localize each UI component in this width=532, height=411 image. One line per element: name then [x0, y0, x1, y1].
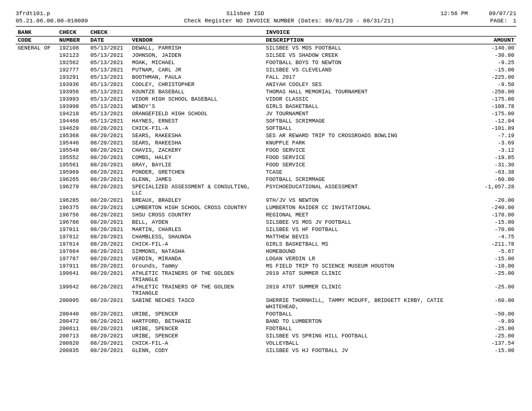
cell-vendor: GLENN, CODY [130, 347, 264, 354]
cell-check-number: 196285 [57, 197, 88, 204]
cell-bank [16, 176, 57, 183]
cell-check-number: 196279 [57, 183, 88, 197]
cell-check-date: 08/20/2021 [88, 211, 130, 219]
col-header-check-date: CHECK [88, 29, 130, 37]
cell-bank [16, 297, 57, 310]
cell-check-number: 197612 [57, 233, 88, 240]
cell-description: REGIONAL MEET [264, 211, 470, 219]
cell-description: FOOD SERVICE [264, 161, 470, 168]
cell-amount: -60.00 [469, 297, 516, 310]
cell-vendor: SHSU CROSS COUNTRY [130, 211, 264, 219]
table-row: 19701108/20/2021MARTIN, CHARLESSILSBEE V… [16, 226, 516, 233]
cell-check-date: 05/13/2021 [88, 95, 130, 103]
cell-bank [16, 270, 57, 283]
cell-check-date: 08/20/2021 [88, 168, 130, 176]
cell-bank [16, 59, 57, 66]
cell-vendor: COOLEY, CHRISTOPHER [130, 81, 264, 88]
cell-check-number: 197911 [57, 262, 88, 270]
cell-check-number: 194460 [57, 117, 88, 125]
cell-check-number: 199641 [57, 270, 88, 283]
table-row: 19395605/13/2021KOUNTZE BASEBALLTHOMAS H… [16, 88, 516, 95]
cell-bank [16, 248, 57, 255]
cell-check-number: 195552 [57, 154, 88, 161]
cell-amount: -7.19 [469, 132, 516, 139]
cell-check-date: 05/13/2021 [88, 103, 130, 110]
cell-check-number: 193291 [57, 74, 88, 81]
cell-description: LOGAN VERDIN LR [264, 255, 470, 262]
cell-description: KNUPPLE PARK [264, 139, 470, 147]
report-title: Check Register NO INVOICE NUMBER (Dates:… [88, 18, 490, 24]
cell-amount: -140.00 [469, 44, 516, 52]
cell-description: HOMEBOUND [264, 248, 470, 255]
col-header-description: INVOICE [264, 29, 470, 37]
cell-amount: -20.00 [469, 197, 516, 204]
cell-vendor: SEARS, RAKEESHA [130, 132, 264, 139]
cell-vendor: HAYNES, ERNEST [130, 117, 264, 125]
cell-bank [16, 240, 57, 248]
table-row: 19256205/13/2021MOAK, MICHAELFOOTBALL BO… [16, 59, 516, 66]
cell-amount: -15.00 [469, 347, 516, 354]
cell-vendor: CHICK-FIL-A [130, 125, 264, 132]
cell-check-date: 08/20/2021 [88, 219, 130, 226]
cell-vendor: WENDY'S [130, 103, 264, 110]
cell-bank [16, 81, 57, 88]
table-row: 20047208/20/2021HARTFORD, BETHANIEBAND T… [16, 318, 516, 325]
cell-bank [16, 226, 57, 233]
cell-check-number: 193956 [57, 88, 88, 95]
cell-vendor: BOOTHMAN, PAULA [130, 74, 264, 81]
cell-vendor: SEARS, RAKEESHA [130, 139, 264, 147]
cell-amount: -4.75 [469, 233, 516, 240]
cell-description: GIRLS BASKETBALL [264, 103, 470, 110]
cell-bank [16, 52, 57, 59]
cell-description: SILSBEE VS MOS FOOTBALL [264, 44, 470, 52]
cell-bank [16, 262, 57, 270]
cell-amount: -170.00 [469, 211, 516, 219]
table-row: 19536808/20/2021SEARS, RAKEESHASES AR RE… [16, 132, 516, 139]
cell-vendor: SIMMONS, NATASHA [130, 248, 264, 255]
cell-bank [16, 233, 57, 240]
table-row: 20083508/20/2021GLENN, CODYSILSBEE VS HJ… [16, 347, 516, 354]
col-header-bank: BANK [16, 29, 57, 37]
cell-check-date: 05/13/2021 [88, 66, 130, 74]
cell-bank [16, 88, 57, 95]
cell-amount: -108.78 [469, 103, 516, 110]
cell-check-number: 197664 [57, 248, 88, 255]
cell-vendor: BREAUX, BRADLEY [130, 197, 264, 204]
cell-amount: -25.00 [469, 325, 516, 332]
cell-description: VIDOR CLASSIC [264, 95, 470, 103]
cell-bank [16, 219, 57, 226]
table-row: 19964208/20/2021ATHLETIC TRAINERS OF THE… [16, 283, 516, 297]
cell-check-number: 200095 [57, 297, 88, 310]
col-header-check-number: CHECK [57, 29, 88, 37]
cell-vendor: ATHLETIC TRAINERS OF THE GOLDEN TRIANGLE [130, 270, 264, 283]
table-row: 20009508/20/2021SABINE NECHES TASCDSHERR… [16, 297, 516, 310]
table-row: 19761408/20/2021CHICK-FIL-AGIRLS BASKETB… [16, 240, 516, 248]
table-row: 19421005/13/2021ORANGEFIELD HIGH SCHOOLJ… [16, 110, 516, 117]
cell-amount: -25.00 [469, 283, 516, 297]
cell-check-date: 05/13/2021 [88, 81, 130, 88]
cell-amount: -5.67 [469, 248, 516, 255]
cell-check-number: 196756 [57, 211, 88, 219]
table-row: 19626508/20/2021GLENN, JAMESFOOTBALL SCR… [16, 176, 516, 183]
cell-bank [16, 325, 57, 332]
cell-bank [16, 318, 57, 325]
cell-amount: -70.00 [469, 226, 516, 233]
table-row: 19544608/20/2021SEARS, RAKEESHAKNUPPLE P… [16, 139, 516, 147]
table-row: 19627908/20/2021SPECIALIZED ASSESSMENT &… [16, 183, 516, 197]
cell-check-date: 08/20/2021 [88, 161, 130, 168]
cell-description: SILSBEE VS HJ FOOTBALL JV [264, 347, 470, 354]
cell-description: SILSBEE VS HF FOOTBALL [264, 226, 470, 233]
cell-vendor: SABINE NECHES TASCD [130, 297, 264, 310]
cell-description: VOLLEYBALL [264, 340, 470, 347]
cell-vendor: CHICK-FIL-A [130, 340, 264, 347]
cell-vendor: MOAK, MICHAEL [130, 59, 264, 66]
cell-bank [16, 147, 57, 154]
cell-amount: -19.85 [469, 154, 516, 161]
cell-description: FOOTBALL [264, 325, 470, 332]
cell-amount: -1,057.28 [469, 183, 516, 197]
cell-check-date: 08/20/2021 [88, 176, 130, 183]
cell-check-number: 194210 [57, 110, 88, 117]
report-id: 05.21.06.00.00-010089 [16, 18, 88, 24]
cell-bank [16, 66, 57, 74]
cell-check-date: 08/20/2021 [88, 310, 130, 318]
